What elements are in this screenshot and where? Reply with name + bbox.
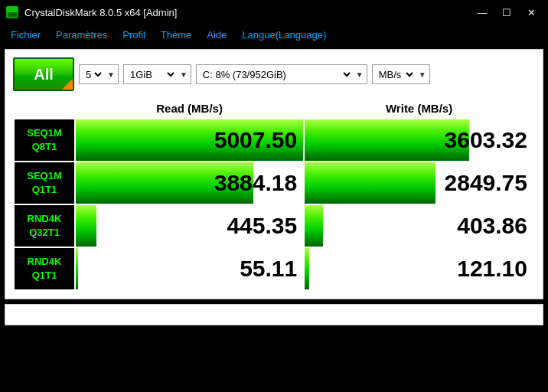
table-row: RND4KQ32T1445.35403.86 bbox=[14, 204, 534, 247]
svg-rect-1 bbox=[8, 8, 17, 12]
row-label-2: RND4KQ32T1 bbox=[14, 204, 75, 247]
svg-rect-0 bbox=[8, 12, 17, 17]
read-cell-2: 445.35 bbox=[75, 204, 304, 247]
menu-parametres[interactable]: Paramètres bbox=[50, 28, 113, 42]
drive-chevron: ▼ bbox=[356, 70, 364, 79]
col-write-header: Write (MB/s) bbox=[304, 99, 534, 119]
write-cell-3: 121.10 bbox=[304, 247, 534, 290]
table-row: RND4KQ1T155.11121.10 bbox=[14, 247, 534, 290]
window-controls: — ☐ ✕ bbox=[471, 5, 542, 20]
write-cell-2: 403.86 bbox=[304, 204, 534, 247]
row-label-0: SEQ1MQ8T1 bbox=[14, 119, 75, 162]
all-button[interactable]: All bbox=[13, 57, 74, 91]
controls-row: All 5 1 3 9 ▼ 1GiB 512MiB 2GiB 4GiB ▼ C:… bbox=[13, 57, 535, 91]
window-title: CrystalDiskMark 8.0.5 x64 [Admin] bbox=[24, 7, 177, 18]
menu-fichier[interactable]: Fichier bbox=[5, 28, 47, 42]
maximize-button[interactable]: ☐ bbox=[496, 5, 517, 20]
runs-chevron: ▼ bbox=[107, 70, 115, 79]
drive-select-wrapper[interactable]: C: 8% (73/952GiB) ▼ bbox=[196, 64, 367, 84]
read-cell-0: 5007.50 bbox=[75, 119, 304, 162]
main-panel: All 5 1 3 9 ▼ 1GiB 512MiB 2GiB 4GiB ▼ C:… bbox=[5, 49, 543, 299]
write-cell-0: 3603.32 bbox=[304, 119, 534, 162]
runs-select[interactable]: 5 1 3 9 bbox=[83, 68, 104, 81]
table-row: SEQ1MQ8T15007.503603.32 bbox=[14, 119, 534, 162]
size-chevron: ▼ bbox=[180, 70, 188, 79]
size-select-wrapper[interactable]: 1GiB 512MiB 2GiB 4GiB ▼ bbox=[123, 64, 191, 84]
unit-select-wrapper[interactable]: MB/s GB/s IOPS ▼ bbox=[372, 64, 430, 84]
app-icon bbox=[6, 6, 18, 18]
table-row: SEQ1MQ1T13884.182849.75 bbox=[14, 162, 534, 204]
minimize-button[interactable]: — bbox=[471, 5, 493, 20]
benchmark-table: Read (MB/s) Write (MB/s) SEQ1MQ8T15007.5… bbox=[13, 99, 535, 291]
unit-select[interactable]: MB/s GB/s IOPS bbox=[376, 68, 416, 81]
runs-select-wrapper[interactable]: 5 1 3 9 ▼ bbox=[79, 64, 119, 84]
menu-aide[interactable]: Aide bbox=[201, 28, 233, 42]
menu-langue[interactable]: Langue(Language) bbox=[236, 28, 332, 42]
unit-chevron: ▼ bbox=[419, 70, 426, 79]
menu-bar: Fichier Paramètres Profil Thème Aide Lan… bbox=[0, 24, 548, 44]
menu-theme[interactable]: Thème bbox=[155, 28, 197, 42]
title-bar: CrystalDiskMark 8.0.5 x64 [Admin] — ☐ ✕ bbox=[0, 0, 548, 24]
read-cell-1: 3884.18 bbox=[75, 162, 304, 204]
status-bar bbox=[5, 304, 543, 325]
row-label-1: SEQ1MQ1T1 bbox=[14, 162, 75, 204]
row-label-3: RND4KQ1T1 bbox=[14, 247, 75, 290]
write-cell-1: 2849.75 bbox=[304, 162, 534, 204]
col-read-header: Read (MB/s) bbox=[75, 99, 304, 119]
close-button[interactable]: ✕ bbox=[520, 5, 542, 20]
read-cell-3: 55.11 bbox=[75, 247, 304, 290]
size-select[interactable]: 1GiB 512MiB 2GiB 4GiB bbox=[127, 68, 177, 81]
drive-select[interactable]: C: 8% (73/952GiB) bbox=[200, 68, 353, 81]
menu-profil[interactable]: Profil bbox=[116, 28, 152, 42]
